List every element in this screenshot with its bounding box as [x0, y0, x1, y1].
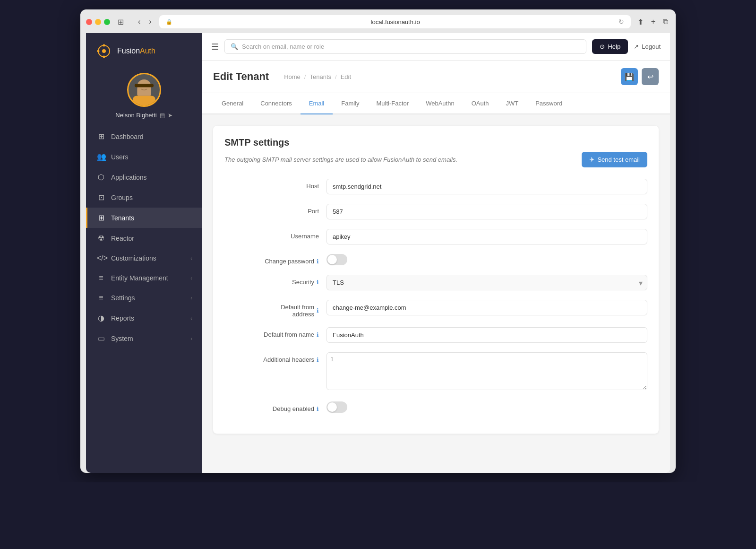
send-icon: ✈ [589, 156, 594, 163]
sidebar: FusionAuth Ne [86, 33, 202, 473]
sidebar-item-label: Reports [111, 314, 134, 322]
dashboard-icon: ⊞ [97, 132, 105, 141]
new-tab-button[interactable]: + [649, 16, 657, 28]
security-select[interactable]: None SSL TLS [326, 275, 647, 290]
default-from-name-info-icon[interactable]: ℹ [317, 331, 319, 338]
breadcrumb-tenants[interactable]: Tenants [309, 73, 331, 80]
address-bar[interactable]: 🔒 local.fusionauth.io ↻ [159, 15, 631, 28]
menu-icon[interactable]: ☰ [211, 42, 219, 52]
help-button[interactable]: ⊙ Help [592, 39, 628, 54]
forward-button[interactable]: › [146, 16, 154, 28]
sidebar-item-users[interactable]: 👥 Users [86, 147, 202, 167]
sidebar-toggle-button[interactable]: ⊞ [115, 16, 127, 28]
host-row: Host [224, 179, 647, 194]
sidebar-item-entity-management[interactable]: ≡ Entity Management ‹ [86, 268, 202, 288]
sidebar-item-customizations[interactable]: </> Customizations ‹ [86, 248, 202, 268]
tab-multi-factor[interactable]: Multi-Factor [368, 93, 418, 114]
additional-headers-row: Additional headers ℹ 1 [224, 352, 647, 392]
debug-enabled-row: Debug enabled ℹ [224, 401, 647, 413]
close-dot[interactable] [86, 19, 92, 25]
customizations-icon: </> [97, 254, 105, 262]
default-from-name-row: Default from name ℹ [224, 327, 647, 343]
applications-icon: ⬡ [97, 173, 105, 182]
sidebar-item-label: Customizations [111, 254, 156, 262]
default-from-name-label: Default from name ℹ [224, 327, 319, 338]
users-icon: 👥 [97, 152, 105, 161]
sidebar-item-system[interactable]: ▭ System ‹ [86, 328, 202, 349]
additional-headers-wrapper: 1 [326, 352, 647, 392]
sidebar-item-settings[interactable]: ≡ Settings ‹ [86, 288, 202, 308]
save-button[interactable]: 💾 [621, 68, 638, 85]
reports-icon: ◑ [97, 314, 105, 322]
sidebar-item-reactor[interactable]: ☢ Reactor [86, 228, 202, 248]
svg-rect-11 [134, 84, 153, 87]
sidebar-item-applications[interactable]: ⬡ Applications [86, 167, 202, 187]
tab-oauth[interactable]: OAuth [463, 93, 498, 114]
page-header: Edit Tenant Home / Tenants / Edit 💾 ↩ [202, 61, 670, 93]
sidebar-item-reports[interactable]: ◑ Reports ‹ [86, 308, 202, 328]
send-test-email-button[interactable]: ✈ Send test email [582, 152, 647, 167]
sidebar-item-label: Applications [111, 174, 147, 181]
logout-button[interactable]: ↗ Logout [634, 43, 661, 50]
sidebar-item-groups[interactable]: ⊡ Groups [86, 187, 202, 208]
username-label: Username [224, 229, 319, 240]
maximize-dot[interactable] [104, 19, 110, 25]
chevron-icon: ‹ [190, 336, 192, 341]
settings-icon: ≡ [97, 294, 105, 302]
share-button[interactable]: ⬆ [636, 16, 645, 28]
lock-icon: 🔒 [166, 19, 172, 25]
username-input[interactable] [326, 229, 647, 244]
security-row: Security ℹ None SSL TLS [224, 275, 647, 290]
sidebar-item-label: System [111, 335, 133, 342]
default-from-name-input[interactable] [326, 327, 647, 343]
change-password-label: Change password ℹ [224, 254, 319, 265]
chevron-icon: ‹ [190, 255, 192, 261]
tab-password[interactable]: Password [527, 93, 571, 114]
additional-headers-info-icon[interactable]: ℹ [317, 357, 319, 363]
form-content: SMTP settings The outgoing SMTP mail ser… [202, 114, 670, 445]
additional-headers-label: Additional headers ℹ [224, 352, 319, 363]
toggle-knob [327, 255, 337, 264]
tab-connectors[interactable]: Connectors [252, 93, 300, 114]
debug-enabled-info-icon[interactable]: ℹ [317, 406, 319, 412]
sidebar-nav: ⊞ Dashboard 👥 Users ⬡ Applications ⊡ Gro… [86, 126, 202, 473]
tab-jwt[interactable]: JWT [497, 93, 527, 114]
search-placeholder: Search on email, name or role [242, 43, 324, 50]
toggle-knob [327, 402, 337, 412]
tab-email[interactable]: Email [301, 93, 333, 114]
svg-rect-8 [137, 87, 151, 96]
port-label: Port [224, 204, 319, 215]
security-info-icon[interactable]: ℹ [317, 279, 319, 286]
search-box[interactable]: 🔍 Search on email, name or role [224, 39, 586, 54]
additional-headers-textarea[interactable] [326, 352, 647, 390]
breadcrumb-home[interactable]: Home [284, 73, 301, 80]
change-password-toggle[interactable] [326, 254, 347, 265]
minimize-dot[interactable] [95, 19, 101, 25]
port-input[interactable] [326, 204, 647, 219]
host-input[interactable] [326, 179, 647, 194]
port-row: Port [224, 204, 647, 219]
default-from-address-info-icon[interactable]: ℹ [317, 307, 319, 314]
send-icon[interactable]: ➤ [168, 112, 172, 119]
reload-icon[interactable]: ↻ [619, 18, 624, 26]
tab-bar: General Connectors Email Family Multi-Fa… [202, 93, 670, 114]
back-button[interactable]: ‹ [135, 16, 143, 28]
tab-webauthn[interactable]: WebAuthn [417, 93, 463, 114]
tab-family[interactable]: Family [333, 93, 368, 114]
tabs-button[interactable]: ⧉ [661, 16, 670, 28]
sidebar-item-label: Groups [111, 194, 133, 201]
tenants-icon: ⊞ [97, 213, 105, 222]
content-area: Edit Tenant Home / Tenants / Edit 💾 ↩ [202, 61, 670, 473]
change-password-info-icon[interactable]: ℹ [317, 258, 319, 265]
default-from-address-label: Default fromaddress ℹ [224, 300, 319, 318]
chevron-icon: ‹ [190, 275, 192, 281]
back-button[interactable]: ↩ [642, 68, 659, 85]
tab-general[interactable]: General [213, 93, 252, 114]
svg-point-5 [97, 50, 100, 52]
user-card-icon[interactable]: ▤ [160, 112, 165, 119]
debug-enabled-toggle[interactable] [326, 401, 347, 413]
sidebar-item-tenants[interactable]: ⊞ Tenants [86, 208, 202, 228]
default-from-address-input[interactable] [326, 300, 647, 315]
sidebar-item-dashboard[interactable]: ⊞ Dashboard [86, 126, 202, 147]
sidebar-item-label: Reactor [111, 235, 134, 242]
